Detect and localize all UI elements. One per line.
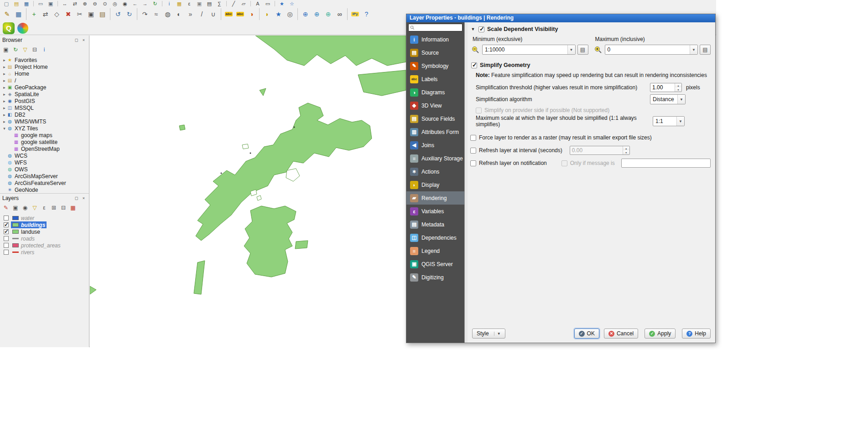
delete-selected-icon[interactable]: ✖	[63, 9, 73, 20]
browser-collapse-icon[interactable]: ⊟	[30, 45, 39, 54]
undock-panel-icon[interactable]: ◻	[73, 195, 79, 201]
apply-button[interactable]: ✓ Apply	[645, 329, 676, 339]
refresh-interval-checkbox[interactable]	[470, 148, 476, 154]
merge-features-icon[interactable]: ∪	[208, 9, 218, 20]
remove-layer-icon[interactable]: ▦	[68, 203, 78, 212]
browser-add-icon[interactable]: ▣	[1, 45, 10, 54]
new-print-layout-icon[interactable]: ▭	[36, 0, 45, 7]
sidebar-search-input[interactable]	[416, 25, 461, 31]
new-spatial-bookmark-icon[interactable]: ★	[273, 9, 284, 20]
zoom-next-icon[interactable]: →	[140, 0, 150, 7]
browser-refresh-icon[interactable]: ↻	[11, 45, 20, 54]
expander-icon[interactable]: ▾	[2, 126, 7, 131]
properties-tab-source-fields[interactable]: ▤Source Fields	[406, 112, 464, 125]
properties-tab-3d-view[interactable]: ◆3D View	[406, 99, 464, 112]
copy-features-icon[interactable]: ▣	[86, 9, 96, 20]
browser-item-db2[interactable]: ▸◧DB2	[0, 111, 89, 118]
expander-icon[interactable]: ▸	[2, 92, 7, 97]
cut-features-icon[interactable]: ✂	[74, 9, 85, 20]
browser-item-mssql[interactable]: ▸◫MSSQL	[0, 104, 89, 111]
identify-features-icon[interactable]: i	[165, 0, 174, 7]
chevron-down-icon[interactable]: ▼	[676, 117, 684, 126]
browser-item-project-home[interactable]: ▸▤Project Home	[0, 63, 89, 70]
show-bookmarks-icon[interactable]: ☆	[287, 0, 296, 7]
properties-tab-information[interactable]: iInformation	[406, 33, 464, 46]
expander-icon[interactable]: ▸	[2, 58, 7, 62]
zoom-to-layer-icon[interactable]: ◉	[120, 0, 130, 7]
expand-all-icon[interactable]: ⊞	[49, 203, 58, 212]
browser-item-arcgisfeatureserver[interactable]: ◍ArcGisFeatureServer	[0, 180, 89, 186]
expander-icon[interactable]: ▸	[2, 72, 7, 76]
force-raster-checkbox[interactable]	[470, 135, 476, 141]
highlight-labels-icon[interactable]: ◑	[246, 9, 257, 20]
add-part-icon[interactable]: ◐	[174, 9, 184, 20]
open-attribute-table-icon[interactable]: ▤	[205, 0, 214, 7]
properties-tab-variables[interactable]: εVariables	[406, 205, 464, 218]
reshape-features-icon[interactable]: »	[185, 9, 196, 20]
properties-tab-digitizing[interactable]: ✎Digitizing	[406, 271, 464, 284]
set-max-to-current-scale-button[interactable]: ▤	[700, 45, 711, 55]
set-min-to-current-scale-button[interactable]: ▤	[577, 45, 588, 55]
browser-item-geonode[interactable]: ✳GeoNode	[0, 186, 89, 193]
zoom-to-selection-icon[interactable]: ◎	[110, 0, 120, 7]
expander-icon[interactable]: ▸	[2, 113, 7, 117]
properties-tab-qgis-server[interactable]: ▣QGIS Server	[406, 257, 464, 271]
spin-up-icon[interactable]: ▲	[675, 83, 681, 87]
close-panel-icon[interactable]: ×	[81, 195, 87, 201]
properties-tab-display[interactable]: ◗Display	[406, 178, 464, 191]
text-annotation-icon[interactable]: A	[253, 0, 262, 7]
field-calculator-icon[interactable]: ∑	[215, 0, 224, 7]
measure-area-icon[interactable]: ▱	[239, 0, 248, 7]
properties-tab-rendering[interactable]: ▰Rendering	[406, 191, 464, 205]
threshold-spinbox[interactable]: ▲▼	[650, 83, 682, 92]
zoom-in-scale-icon[interactable]	[593, 45, 603, 55]
layer-visibility-checkbox[interactable]	[4, 222, 9, 227]
layer-item-buildings[interactable]: buildings	[0, 221, 89, 228]
rotate-feature-icon[interactable]: ↷	[140, 9, 150, 20]
notification-message-input[interactable]	[621, 159, 711, 168]
threshold-input[interactable]	[650, 83, 675, 92]
properties-tab-labels[interactable]: abcLabels	[406, 72, 464, 86]
browser-filter-icon[interactable]: ▽	[21, 45, 30, 54]
expander-icon[interactable]: ▸	[2, 106, 7, 110]
properties-tab-diagrams[interactable]: ◑Diagrams	[406, 86, 464, 99]
layer-item-rivers[interactable]: rivers	[0, 249, 89, 256]
zoom-out-scale-icon[interactable]	[470, 45, 480, 55]
layer-item-roads[interactable]: roads	[0, 235, 89, 242]
expander-icon[interactable]: ▸	[2, 65, 7, 69]
filter-by-expression-icon[interactable]: ε	[40, 203, 49, 212]
spin-down-icon[interactable]: ▼	[675, 87, 681, 92]
map-tips-icon[interactable]: ◗	[262, 9, 272, 20]
properties-tab-actions[interactable]: ∗Actions	[406, 165, 464, 178]
collapse-all-icon[interactable]: ⊟	[59, 203, 68, 212]
layer-item-landuse[interactable]: landuse	[0, 228, 89, 235]
save-layer-edits-icon[interactable]: ▦	[13, 9, 24, 20]
help-contents-icon[interactable]: ?	[361, 9, 372, 20]
redo-icon[interactable]: ↻	[124, 9, 135, 20]
qgis-logo-icon[interactable]: Q	[3, 22, 15, 34]
dialog-titlebar[interactable]: Layer Properties - buildings | Rendering	[406, 14, 715, 22]
browser-item-openstreetmap[interactable]: ▦OpenStreetMap	[0, 145, 89, 152]
properties-tab-source[interactable]: ▤Source	[406, 46, 464, 59]
properties-tab-metadata[interactable]: ▤Metadata	[406, 218, 464, 231]
help-button[interactable]: ? Help	[682, 329, 711, 339]
deselect-features-icon[interactable]: ▣	[195, 0, 204, 7]
algorithm-combo[interactable]: Distance ▼	[650, 94, 686, 104]
browser-item-wcs[interactable]: ◍WCS	[0, 152, 89, 159]
layer-diagram-icon[interactable]: abc	[235, 9, 245, 20]
expander-icon[interactable]: ▸	[2, 85, 7, 90]
pan-to-selection-icon[interactable]: ⇄	[70, 0, 79, 7]
collapse-arrow-icon[interactable]: ▼	[470, 27, 476, 31]
expander-icon[interactable]: ▸	[2, 119, 7, 124]
cancel-button[interactable]: ✕ Cancel	[604, 329, 638, 339]
undock-panel-icon[interactable]: ◻	[73, 37, 79, 43]
browser-item-xyz-tiles[interactable]: ▾◍XYZ Tiles	[0, 125, 89, 132]
browser-item-geopackage[interactable]: ▸▣GeoPackage	[0, 84, 89, 91]
new-bookmark-icon[interactable]: ★	[277, 0, 286, 7]
form-annotation-icon[interactable]: ▭	[263, 0, 272, 7]
browser-item-favorites[interactable]: ▸★Favorites	[0, 56, 89, 63]
chevron-down-icon[interactable]: ▼	[567, 45, 575, 54]
layer-visibility-checkbox[interactable]	[4, 236, 9, 241]
app-colorwheel-icon[interactable]	[17, 23, 28, 34]
add-group-icon[interactable]: ▣	[11, 203, 20, 212]
